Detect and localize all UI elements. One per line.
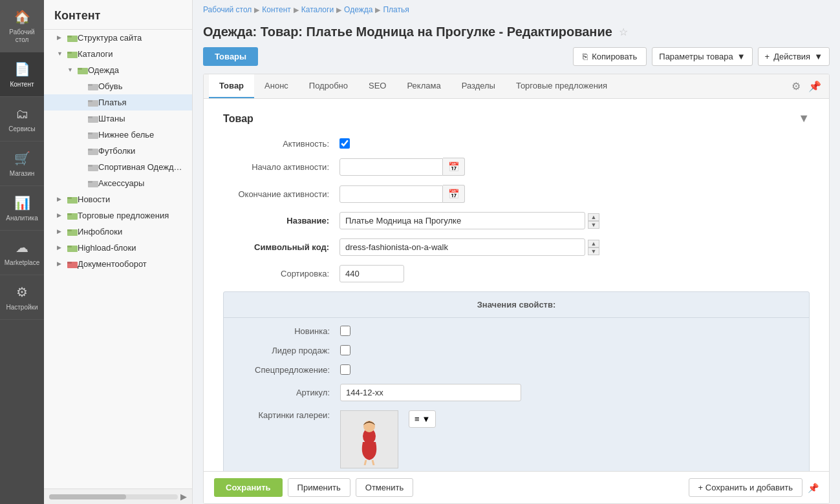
main-content: Рабочий стол ▶ Контент ▶ Каталоги ▶ Одеж… <box>193 0 840 504</box>
article-input[interactable] <box>340 384 521 401</box>
tab-sections[interactable]: Разделы <box>451 74 506 98</box>
services-icon: 🗂 <box>13 105 31 123</box>
nav-item-tshirts[interactable]: ▶ Футболки <box>44 143 192 159</box>
end-activity-input[interactable] <box>339 185 443 203</box>
tab-product[interactable]: Товар <box>209 74 254 98</box>
nav-item-clothing[interactable]: ▼ Одежда <box>44 62 192 78</box>
code-row: Символьный код: ▲ ▼ <box>223 238 810 256</box>
code-label: Символьный код: <box>223 242 339 252</box>
tab-pin-icon[interactable]: 📌 <box>806 76 824 96</box>
folder-icon <box>88 98 98 107</box>
copy-button[interactable]: ⎘ Копировать <box>573 47 647 66</box>
nav-item-pants[interactable]: ▶ Штаны <box>44 110 192 127</box>
scrollbar-track <box>49 494 178 499</box>
dropdown-icon: ▼ <box>814 52 823 61</box>
name-btn-down[interactable]: ▼ <box>588 221 599 229</box>
folder-icon <box>67 260 78 269</box>
tab-settings-icon[interactable]: ⚙ <box>786 76 806 96</box>
start-activity-input[interactable] <box>339 158 443 176</box>
save-add-button[interactable]: + Сохранить и добавить <box>689 478 802 497</box>
sidebar-item-shop[interactable]: 🛒 Магазин <box>0 142 44 186</box>
sidebar-item-settings[interactable]: ⚙ Настройки <box>0 275 44 320</box>
actions-button[interactable]: + Действия ▼ <box>758 47 830 66</box>
breadcrumb-clothing[interactable]: Одежда <box>344 5 372 14</box>
sidebar-item-services[interactable]: 🗂 Сервисы <box>0 97 44 142</box>
folder-icon <box>88 82 98 91</box>
svg-rect-13 <box>88 132 92 134</box>
breadcrumb-content[interactable]: Контент <box>262 5 290 14</box>
properties-header: Значения свойств: <box>224 300 809 318</box>
tabs-bar: Товар Анонс Подробно SEO Реклама Разделы… <box>204 74 829 99</box>
collapse-icon[interactable]: ▼ <box>798 112 810 125</box>
tab-anons[interactable]: Анонс <box>254 74 299 98</box>
sidebar-item-dashboard[interactable]: 🏠 Рабочий стол <box>0 0 44 52</box>
new-checkbox[interactable] <box>340 326 350 336</box>
svg-rect-1 <box>67 36 72 37</box>
sidebar-item-analytics[interactable]: 📊 Аналитика <box>0 186 44 231</box>
svg-rect-23 <box>67 213 72 215</box>
nav-item-accessories[interactable]: ▶ Аксессуары <box>44 175 192 191</box>
bestseller-checkbox[interactable] <box>340 345 350 355</box>
nav-item-sportswear[interactable]: ▶ Спортивная Одежд… <box>44 159 192 175</box>
nav-item-shoes[interactable]: ▶ Обувь <box>44 78 192 94</box>
activity-row: Активность: <box>223 138 810 149</box>
sort-label: Сортировка: <box>223 269 339 278</box>
tab-seo[interactable]: SEO <box>358 74 396 98</box>
nav-item-docs[interactable]: ▶ Документооборот <box>44 256 192 272</box>
nav-item-news[interactable]: ▶ Новости <box>44 191 192 207</box>
sort-input[interactable] <box>339 265 404 282</box>
name-btn-up[interactable]: ▲ <box>588 213 599 221</box>
scrollbar-thumb <box>49 494 126 499</box>
start-activity-calendar-btn[interactable]: 📅 <box>443 158 465 176</box>
nav-item-offers[interactable]: ▶ Торговые предложения <box>44 207 192 224</box>
nav-item-infoblocks[interactable]: ▶ Инфоблоки <box>44 224 192 240</box>
nav-item-catalogs[interactable]: ▼ Каталоги <box>44 46 192 62</box>
favorite-icon[interactable]: ☆ <box>619 26 628 38</box>
apply-button[interactable]: Применить <box>288 478 350 497</box>
code-btn-down[interactable]: ▼ <box>588 247 599 255</box>
tab-details[interactable]: Подробно <box>299 74 358 98</box>
properties-section: Значения свойств: Новинка: Лидер продаж:… <box>223 291 810 471</box>
breadcrumb-dashboard[interactable]: Рабочий стол <box>203 5 252 14</box>
nav-item-underwear[interactable]: ▶ Нижнее белье <box>44 127 192 143</box>
arrow-icon: ▶ <box>57 196 65 204</box>
gallery-image <box>340 410 398 468</box>
folder-icon <box>88 163 98 172</box>
nav-item-site-structure[interactable]: ▶ Структура сайта <box>44 30 192 46</box>
arrow-icon: ▶ <box>57 244 65 252</box>
end-activity-calendar-btn[interactable]: 📅 <box>443 185 465 203</box>
code-input[interactable] <box>339 238 585 256</box>
nav-tree: Контент ▶ Структура сайта ▼ Каталоги ▼ О… <box>44 0 193 504</box>
save-button[interactable]: Сохранить <box>214 478 283 497</box>
breadcrumb-dresses[interactable]: Платья <box>383 5 409 14</box>
bottom-pin-icon[interactable]: 📌 <box>808 483 819 493</box>
arrow-icon: ▼ <box>57 50 65 58</box>
activity-checkbox[interactable] <box>339 138 350 149</box>
start-activity-label: Начало активности: <box>223 162 339 172</box>
svg-rect-15 <box>88 149 92 151</box>
breadcrumb-catalogs[interactable]: Каталоги <box>301 5 334 14</box>
arrow-icon: ▶ <box>57 212 65 220</box>
section-title: Товар <box>223 113 253 125</box>
nav-item-highload[interactable]: ▶ Highload-блоки <box>44 240 192 256</box>
name-input[interactable] <box>339 212 585 229</box>
folder-icon <box>88 179 98 188</box>
activity-label: Активность: <box>223 139 339 149</box>
cancel-button[interactable]: Отменить <box>356 478 413 497</box>
tab-offers[interactable]: Торговые предложения <box>506 74 618 98</box>
folder-icon <box>67 244 78 253</box>
svg-rect-9 <box>88 100 92 102</box>
sidebar-item-content[interactable]: 📄 Контент <box>0 52 44 97</box>
code-side-btns: ▲ ▼ <box>588 240 599 255</box>
special-checkbox[interactable] <box>340 364 350 375</box>
gallery-menu-button[interactable]: ≡ ▼ <box>409 410 436 428</box>
tab-ads[interactable]: Реклама <box>397 74 451 98</box>
product-params-button[interactable]: Параметры товара ▼ <box>652 47 752 66</box>
gallery-label: Картинки галереи: <box>224 410 340 420</box>
sidebar-item-marketplace[interactable]: ☁ Marketplace <box>0 231 44 275</box>
scroll-right-icon[interactable]: ▶ <box>180 492 187 501</box>
products-button[interactable]: Товары <box>203 47 258 66</box>
code-btn-up[interactable]: ▲ <box>588 240 599 247</box>
nav-scrollbar[interactable]: ▶ <box>44 488 192 504</box>
nav-item-dresses[interactable]: ▶ Платья <box>44 94 192 110</box>
